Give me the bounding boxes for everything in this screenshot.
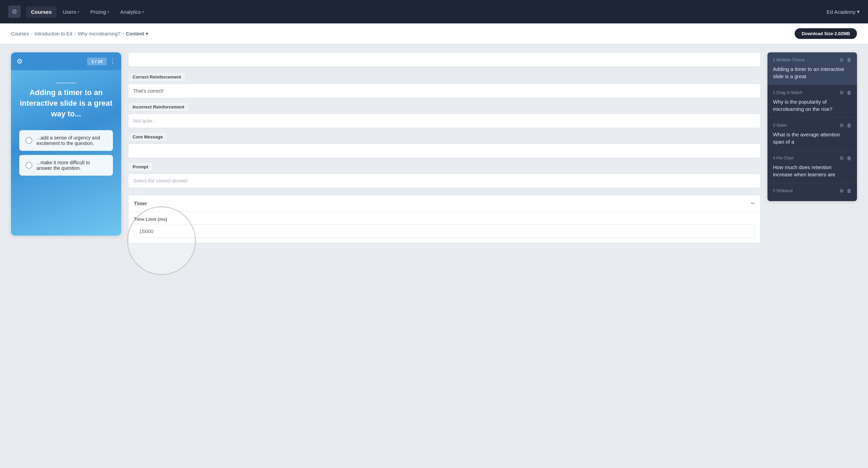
correct-reinforcement-input[interactable] [128,84,761,98]
slide-item-header-4: 4 Pie Chart ⚙ 🗑 [773,155,851,161]
prizing-arrow-icon: ▾ [107,10,109,14]
breadcrumb-sep-3: › [123,31,124,36]
slide-delete-icon-2[interactable]: 🗑 [847,90,851,95]
slide-body: Adding a timer to an interactive slide i… [11,70,121,236]
logo-icon[interactable]: ⚙ [8,6,21,18]
incorrect-reinforcement-section: Incorrect Reinforcement [128,102,761,128]
slide-list-item-4[interactable]: 4 Pie Chart ⚙ 🗑 How much does retention … [767,150,857,183]
breadcrumb-intro[interactable]: Introduction to Ed [34,31,72,37]
slide-header: ⚙ 1 / 10 ⋮ [11,52,121,70]
timer-header: Timer − [128,195,760,212]
slide-radio-1 [25,137,32,144]
core-message-input[interactable] [128,144,761,158]
slide-item-num-type-1: 1 Multiple Choice ... [773,58,809,62]
slide-item-title-4: How much does retention increase when le… [773,164,851,178]
slide-item-actions-2: ⚙ 🗑 [839,90,851,95]
slide-item-title-1: Adding a timer to an interactive slide i… [773,65,851,80]
slide-radio-2 [25,162,32,169]
user-arrow-icon: ▾ [857,9,860,15]
correct-reinforcement-label: Correct Reinforcement [128,72,186,82]
breadcrumb-sep-1: › [31,31,32,36]
slide-list-item-3[interactable]: 3 Slider ⚙ 🗑 What is the average attenti… [767,118,857,150]
top-input[interactable] [128,52,761,67]
slide-gear-icon-2[interactable]: ⚙ [839,90,844,95]
nav-analytics[interactable]: Analytics ▾ [115,6,149,18]
timer-body: Time Limit (ms) [128,212,760,243]
slide-option-1[interactable]: ...add a sense of urgency and excitement… [19,130,113,151]
slide-counter: 1 / 10 [87,58,107,65]
slide-delete-icon-3[interactable]: 🗑 [847,123,851,128]
slide-item-num-type-5: 5 Strikeout [773,188,793,193]
nav-prizing[interactable]: Prizing ▾ [85,6,114,18]
slide-list-item-5[interactable]: 5 Strikeout ⚙ 🗑 [767,183,857,201]
slide-item-num-type-4: 4 Pie Chart [773,156,794,160]
user-menu[interactable]: Ed Academy ▾ [827,9,860,15]
slide-option-2[interactable]: ...make it more difficult to answer the … [19,155,113,176]
timer-collapse-button[interactable]: − [751,199,755,207]
correct-reinforcement-section: Correct Reinforcement [128,72,761,98]
slide-list-item-2[interactable]: 2 Drag to Match ⚙ 🗑 Why is the popularit… [767,85,857,118]
slide-item-header-3: 3 Slider ⚙ 🗑 [773,123,851,128]
slide-item-num-type-2: 2 Drag to Match [773,90,802,95]
slide-list: 1 Multiple Choice ... ⚙ 🗑 Adding a timer… [767,52,857,201]
main-content: ⚙ 1 / 10 ⋮ Adding a timer to an interact… [0,44,868,251]
slide-item-title-3: What is the average attention span of a [773,131,851,145]
slide-item-actions-5: ⚙ 🗑 [839,188,851,194]
slide-divider [56,83,76,83]
top-navigation: ⚙ Courses Users ▾ Prizing ▾ Analytics ▾ … [0,0,868,23]
time-limit-input[interactable] [134,225,755,238]
incorrect-reinforcement-input[interactable] [128,114,761,128]
slide-gear-icon-4[interactable]: ⚙ [839,155,844,161]
core-message-label: Core Message [128,132,167,142]
prompt-input[interactable] [128,174,761,188]
core-message-section: Core Message [128,132,761,158]
timer-label: Timer [134,201,147,206]
slide-options-icon[interactable]: ⋮ [109,58,116,65]
slide-title: Adding a timer to an interactive slide i… [19,87,113,119]
slide-delete-icon-4[interactable]: 🗑 [847,155,851,161]
slide-item-actions-4: ⚙ 🗑 [839,155,851,161]
breadcrumb-current[interactable]: Content ▾ [126,31,148,37]
slide-list-item-1[interactable]: 1 Multiple Choice ... ⚙ 🗑 Adding a timer… [767,52,857,85]
breadcrumb-sep-2: › [74,31,76,36]
slide-item-title-2: Why is the popularity of microlearning o… [773,98,851,113]
users-arrow-icon: ▾ [77,10,79,14]
slide-item-actions-1: ⚙ 🗑 [839,57,851,63]
time-limit-label: Time Limit (ms) [134,217,755,222]
timer-wrap: Time Limit (ms) [134,217,755,238]
prompt-section: Prompt [128,162,761,188]
nav-users[interactable]: Users ▾ [58,6,84,18]
slide-option-1-text: ...add a sense of urgency and excitement… [36,135,107,146]
timer-section: Timer − Time Limit (ms) [128,195,761,243]
slide-gear-icon-3[interactable]: ⚙ [839,123,844,128]
incorrect-reinforcement-label: Incorrect Reinforcement [128,102,189,112]
nav-left: ⚙ Courses Users ▾ Prizing ▾ Analytics ▾ [8,6,149,18]
prompt-label: Prompt [128,162,153,171]
analytics-arrow-icon: ▾ [142,10,144,14]
content-arrow-icon: ▾ [146,31,148,37]
slide-delete-icon-5[interactable]: 🗑 [847,188,851,194]
slide-option-2-text: ...make it more difficult to answer the … [36,160,107,171]
slide-item-actions-3: ⚙ 🗑 [839,123,851,128]
slide-item-header-5: 5 Strikeout ⚙ 🗑 [773,188,851,194]
slide-delete-icon-1[interactable]: 🗑 [847,57,851,63]
download-button[interactable]: Download Size 2.02MB [795,28,857,39]
nav-items: Courses Users ▾ Prizing ▾ Analytics ▾ [26,6,149,18]
slide-preview: ⚙ 1 / 10 ⋮ Adding a timer to an interact… [11,52,121,236]
breadcrumb-courses[interactable]: Courses [11,31,29,37]
breadcrumb-micro[interactable]: Why microlearning? [78,31,121,37]
form-panel: Correct Reinforcement Incorrect Reinforc… [128,52,761,243]
nav-courses[interactable]: Courses [26,6,56,18]
slide-gear-icon-1[interactable]: ⚙ [839,57,844,63]
slide-gear-icon: ⚙ [17,57,23,65]
slide-counter-wrap: 1 / 10 ⋮ [87,58,116,65]
breadcrumb: Courses › Introduction to Ed › Why micro… [11,31,148,37]
slide-gear-icon-5[interactable]: ⚙ [839,188,844,194]
slide-item-header-1: 1 Multiple Choice ... ⚙ 🗑 [773,57,851,63]
breadcrumb-bar: Courses › Introduction to Ed › Why micro… [0,23,868,44]
slide-item-header-2: 2 Drag to Match ⚙ 🗑 [773,90,851,95]
slide-item-num-type-3: 3 Slider [773,123,787,128]
